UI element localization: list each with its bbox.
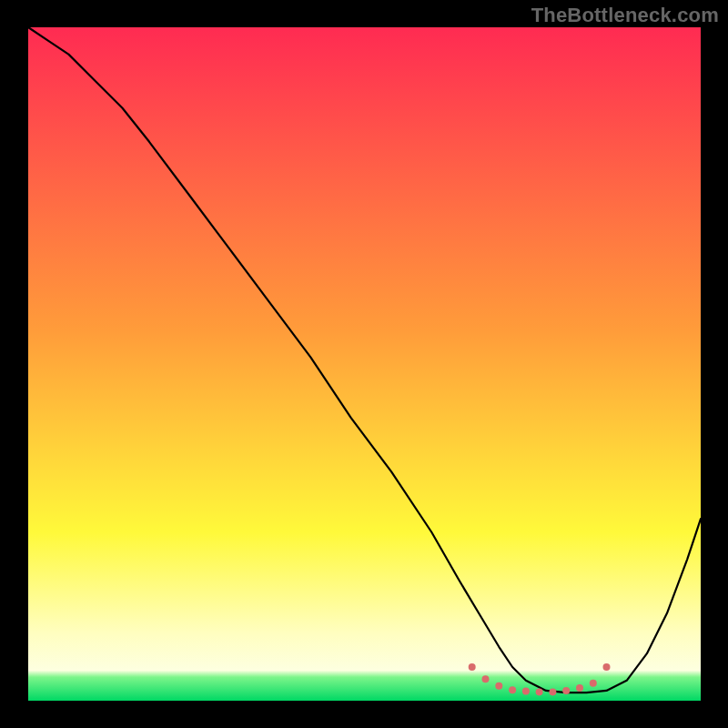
minimum-dot (562, 687, 570, 694)
minimum-dot (536, 688, 543, 695)
minimum-dot (576, 684, 583, 692)
minimum-dot (495, 682, 502, 690)
minimum-dot (549, 688, 556, 695)
minimum-dot (603, 663, 611, 671)
bottleneck-chart (0, 0, 728, 728)
minimum-dot (509, 686, 516, 693)
plot-background (28, 27, 701, 701)
minimum-dot (522, 688, 530, 695)
minimum-dot (482, 675, 490, 682)
minimum-dot (590, 680, 597, 687)
chart-frame: { "watermark": "TheBottleneck.com", "cha… (0, 0, 728, 728)
minimum-dot (469, 663, 476, 671)
watermark-text: TheBottleneck.com (531, 4, 719, 27)
